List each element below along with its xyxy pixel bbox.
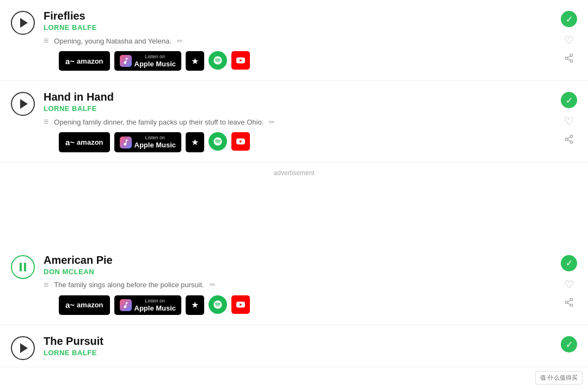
youtube-button[interactable] (231, 51, 250, 70)
advertisement-label: advertisement (0, 163, 588, 179)
svg-point-10 (570, 298, 573, 301)
amazon-logo: a~ (65, 138, 75, 147)
track-description-row: ≡ Opening family dinner, the family pack… (44, 117, 550, 127)
apple-music-text: Listen on Apple Music (134, 298, 176, 312)
apple-music-text: Listen on Apple Music (134, 54, 176, 68)
apple-music-label: Apple Music (134, 141, 176, 150)
listen-on-label: Listen on (134, 54, 176, 60)
svg-point-11 (565, 301, 568, 304)
track-actions: ✓ (561, 335, 577, 352)
amazon-logo: a~ (65, 57, 75, 66)
track-artist: DON MCLEAN (44, 268, 550, 276)
share-button[interactable] (564, 134, 574, 147)
track-description: Opening, young Natasha and Yelena. (54, 37, 171, 45)
amazon-label: amazon (77, 57, 103, 65)
svg-point-12 (570, 304, 573, 307)
track-actions: ✓ ♡ (561, 254, 577, 310)
svg-point-1 (565, 57, 568, 60)
music-note-svg (122, 301, 130, 309)
play-icon (20, 99, 28, 109)
youtube-button[interactable] (231, 132, 250, 151)
svg-line-9 (567, 137, 570, 139)
track-actions: ✓ ♡ (561, 10, 577, 66)
svg-point-5 (570, 135, 573, 138)
amazon-button[interactable]: a~ amazon (59, 51, 110, 71)
star-button[interactable]: ★ (186, 51, 204, 71)
apple-music-label: Apple Music (134, 304, 176, 313)
star-button[interactable]: ★ (186, 295, 204, 315)
pause-icon (20, 263, 26, 271)
edit-icon[interactable]: ✏ (210, 281, 216, 289)
star-button[interactable]: ★ (186, 132, 204, 152)
ad-space (0, 179, 588, 244)
youtube-icon (236, 300, 245, 309)
favorite-button[interactable]: ♡ (564, 278, 574, 291)
track-description-row: ≡ The family sings along before the poli… (44, 280, 550, 290)
apple-music-button[interactable]: Listen on Apple Music (114, 51, 182, 71)
amazon-button[interactable]: a~ amazon (59, 132, 110, 152)
check-button[interactable]: ✓ (561, 255, 577, 271)
track-item: American Pie DON MCLEAN ≡ The family sin… (0, 244, 588, 325)
spotify-button[interactable] (209, 51, 227, 70)
reorder-icon[interactable]: ≡ (44, 36, 48, 46)
edit-icon[interactable]: ✏ (177, 37, 183, 45)
play-button[interactable] (11, 11, 35, 35)
amazon-logo: a~ (65, 300, 75, 309)
share-button[interactable] (564, 53, 574, 66)
pause-bar-2 (24, 263, 26, 271)
track-artist: LORNE BALFE (44, 349, 550, 357)
apple-music-icon (120, 299, 132, 311)
track-title: The Pursuit (44, 335, 550, 348)
pause-bar-1 (20, 263, 22, 271)
svg-line-8 (567, 140, 570, 142)
check-button[interactable]: ✓ (561, 11, 577, 27)
check-button[interactable]: ✓ (561, 92, 577, 108)
check-button[interactable]: ✓ (561, 336, 577, 352)
youtube-icon (236, 56, 245, 65)
amazon-button[interactable]: a~ amazon (59, 295, 110, 315)
favorite-button[interactable]: ♡ (564, 115, 574, 128)
svg-line-3 (567, 59, 570, 60)
reorder-icon[interactable]: ≡ (44, 280, 48, 290)
edit-icon[interactable]: ✏ (269, 118, 275, 126)
spotify-button[interactable] (209, 295, 227, 314)
track-description-row: ≡ Opening, young Natasha and Yelena. ✏ (44, 36, 550, 46)
track-info: Fireflies LORNE BALFE ≡ Opening, young N… (44, 10, 550, 71)
svg-point-2 (570, 60, 573, 63)
track-item: Hand in Hand LORNE BALFE ≡ Opening famil… (0, 81, 588, 162)
service-buttons: a~ amazon Listen on Apple Music ★ (59, 132, 550, 152)
pause-button[interactable] (11, 255, 35, 279)
svg-point-6 (565, 138, 568, 141)
spotify-icon (213, 300, 223, 309)
apple-music-button[interactable]: Listen on Apple Music (114, 295, 182, 315)
share-icon-svg (564, 53, 574, 63)
share-button[interactable] (564, 298, 574, 310)
track-title: Hand in Hand (44, 91, 550, 103)
listen-on-label: Listen on (134, 135, 176, 141)
track-actions: ✓ ♡ (561, 91, 577, 147)
music-note-svg (122, 139, 130, 146)
track-artist: LORNE BALFE (44, 23, 550, 32)
track-info: Hand in Hand LORNE BALFE ≡ Opening famil… (44, 91, 550, 152)
svg-point-0 (570, 54, 573, 57)
track-description: The family sings along before the police… (54, 281, 204, 289)
play-button[interactable] (11, 336, 35, 360)
track-title: American Pie (44, 254, 550, 267)
spotify-button[interactable] (209, 132, 227, 151)
play-button[interactable] (11, 92, 35, 116)
track-artist: LORNE BALFE (44, 104, 550, 113)
favorite-button[interactable]: ♡ (564, 34, 574, 47)
apple-music-icon (120, 137, 132, 148)
service-buttons: a~ amazon Listen on Apple Music ★ (59, 295, 550, 315)
play-icon (20, 18, 28, 28)
track-info: American Pie DON MCLEAN ≡ The family sin… (44, 254, 550, 315)
reorder-icon[interactable]: ≡ (44, 117, 48, 127)
share-icon-svg (564, 298, 574, 307)
youtube-button[interactable] (231, 295, 250, 314)
amazon-label: amazon (77, 138, 103, 146)
apple-music-button[interactable]: Listen on Apple Music (114, 132, 182, 152)
spotify-icon (213, 137, 223, 146)
play-icon (20, 343, 28, 353)
svg-line-13 (567, 303, 570, 305)
svg-line-14 (567, 300, 570, 302)
